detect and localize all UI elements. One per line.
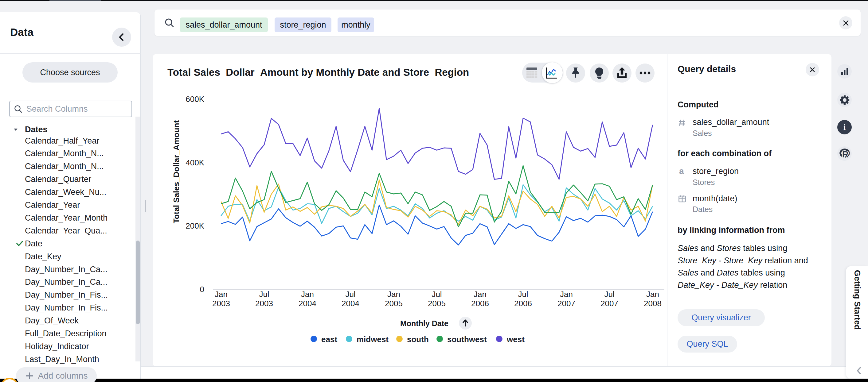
svg-text:R: R (842, 149, 849, 159)
